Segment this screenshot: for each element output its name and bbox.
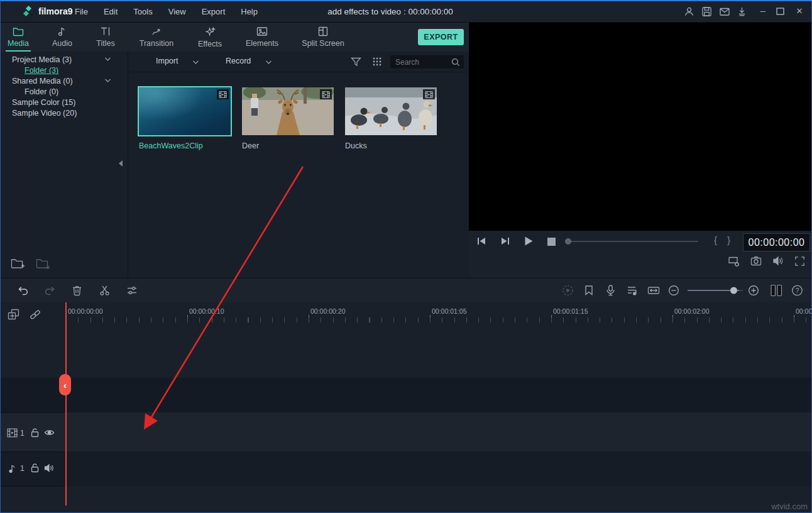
ruler-label: 00:00:00:20 <box>310 307 345 315</box>
tab-audio[interactable]: Audio <box>48 26 76 50</box>
record-voiceover-icon[interactable] <box>605 285 616 297</box>
help-icon[interactable]: ? <box>791 285 803 297</box>
preview-scrubber-handle[interactable] <box>565 238 571 245</box>
media-library: Import Record <box>128 52 468 278</box>
maximize-button[interactable] <box>776 8 784 15</box>
tracks-view-icon[interactable] <box>770 284 783 297</box>
adjust-sliders-icon[interactable] <box>126 285 138 295</box>
tab-split-screen-label: Split Screen <box>302 39 344 48</box>
timeline-area: 00:00:00:00 00:00:00:10 00:00:00:20 00:0… <box>1 302 812 513</box>
tab-media[interactable]: Media <box>6 26 31 50</box>
tab-titles[interactable]: Titles <box>90 26 121 50</box>
media-item-ducks[interactable]: Ducks <box>345 87 438 150</box>
media-sidebar: Project Media (3) Folder (3) Shared Medi… <box>1 52 128 278</box>
tab-transition[interactable]: Transition <box>133 26 180 50</box>
track-divider <box>1 412 63 413</box>
next-frame-button[interactable] <box>500 236 510 246</box>
audio-mixer-icon[interactable] <box>627 285 638 296</box>
ruler-minor-ticks[interactable] <box>66 317 812 323</box>
sidebar-item-project-media[interactable]: Project Media (3) <box>1 55 128 65</box>
lock-track-icon[interactable] <box>30 428 40 438</box>
ruler-label: 00:00 <box>796 307 812 315</box>
delete-icon[interactable] <box>72 285 82 296</box>
timeline-upper-band[interactable] <box>1 378 812 412</box>
tab-effects[interactable]: Effects <box>192 26 228 50</box>
account-icon[interactable] <box>684 6 694 17</box>
auto-ripple-link-icon[interactable] <box>29 309 41 320</box>
toggle-visibility-eye-icon[interactable] <box>44 428 55 437</box>
previous-frame-button[interactable] <box>476 236 487 246</box>
media-thumbnail[interactable] <box>345 87 437 135</box>
sidebar-item-shared-media[interactable]: Shared Media (0) <box>1 76 128 87</box>
search-input[interactable] <box>394 57 451 67</box>
split-scissors-icon[interactable] <box>99 285 110 296</box>
audio-track-lane[interactable] <box>1 451 812 486</box>
sidebar-item-sample-color[interactable]: Sample Color (15) <box>1 97 128 108</box>
display-settings-icon[interactable] <box>728 256 740 267</box>
export-button[interactable]: EXPORT <box>418 29 464 45</box>
title-bar: filmora9 File Edit Tools View Export Hel… <box>1 1 811 23</box>
sidebar-item-label: Project Media (3) <box>12 55 72 64</box>
play-button[interactable] <box>524 236 534 246</box>
search-box[interactable] <box>390 55 464 69</box>
media-thumbnail[interactable] <box>242 87 334 135</box>
minimize-button[interactable]: – <box>757 1 769 20</box>
mute-track-speaker-icon[interactable] <box>44 463 55 473</box>
zoom-in-icon[interactable] <box>748 285 759 296</box>
collapse-sidebar-icon[interactable] <box>119 160 123 167</box>
video-clip-badge-icon <box>217 89 229 99</box>
preview-scrubber-track[interactable] <box>565 241 698 242</box>
download-icon[interactable] <box>737 6 747 17</box>
delete-folder-button[interactable] <box>36 258 50 270</box>
titles-icon <box>100 26 111 36</box>
ruler-label: 00:00:01:15 <box>553 307 588 315</box>
mark-in-icon[interactable]: { <box>714 234 717 245</box>
mark-out-icon[interactable]: } <box>727 234 730 245</box>
volume-icon[interactable] <box>772 256 784 266</box>
timeline-zoom-slider-handle[interactable] <box>730 287 737 294</box>
split-screen-icon <box>318 26 328 36</box>
snapshot-camera-icon[interactable] <box>750 256 762 266</box>
media-item-deer[interactable]: Deer <box>242 87 335 150</box>
tab-elements[interactable]: Elements <box>238 26 286 50</box>
fullscreen-icon[interactable] <box>794 256 805 267</box>
tab-audio-label: Audio <box>52 39 72 48</box>
chevron-down-icon[interactable] <box>265 60 272 65</box>
fit-to-timeline-icon[interactable] <box>647 285 660 296</box>
sidebar-item-sample-video[interactable]: Sample Video (20) <box>1 108 128 119</box>
menu-edit[interactable]: Edit <box>100 1 121 22</box>
sidebar-item-folder-3[interactable]: Folder (3) <box>1 65 128 76</box>
save-icon[interactable] <box>701 6 712 17</box>
record-dropdown[interactable]: Record <box>226 57 251 65</box>
menu-tools[interactable]: Tools <box>129 1 156 22</box>
import-dropdown[interactable]: Import <box>156 57 178 65</box>
menu-view[interactable]: View <box>165 1 190 22</box>
sidebar-item-folder-0[interactable]: Folder (0) <box>1 87 128 97</box>
video-track-lane[interactable] <box>1 412 812 451</box>
tab-split-screen[interactable]: Split Screen <box>300 26 346 50</box>
chevron-down-icon[interactable] <box>192 60 199 65</box>
render-preview-icon[interactable] <box>562 285 574 297</box>
lock-track-icon[interactable] <box>30 463 40 473</box>
menu-help[interactable]: Help <box>237 1 261 22</box>
media-thumbnail[interactable] <box>139 87 231 135</box>
filter-icon[interactable] <box>351 57 361 67</box>
add-folder-button[interactable] <box>11 258 25 270</box>
menu-export[interactable]: Export <box>198 1 229 22</box>
stop-button[interactable] <box>547 238 556 246</box>
playhead-handle[interactable]: ‹ <box>59 374 71 395</box>
mail-icon[interactable] <box>719 6 730 17</box>
search-icon[interactable] <box>451 58 460 67</box>
zoom-out-icon[interactable] <box>668 285 679 296</box>
playhead-line[interactable] <box>65 302 67 505</box>
menu-file[interactable]: File <box>71 1 92 22</box>
redo-button[interactable] <box>44 285 56 296</box>
chevron-down-icon[interactable] <box>104 57 111 62</box>
chevron-down-icon[interactable] <box>104 78 111 83</box>
media-item-beachwaves[interactable]: BeachWaves2Clip <box>139 87 232 150</box>
grid-view-icon[interactable] <box>372 57 382 67</box>
undo-button[interactable] <box>17 285 29 296</box>
close-button[interactable]: ✕ <box>793 1 806 21</box>
manage-tracks-icon[interactable] <box>8 309 19 320</box>
marker-icon[interactable] <box>584 285 594 296</box>
